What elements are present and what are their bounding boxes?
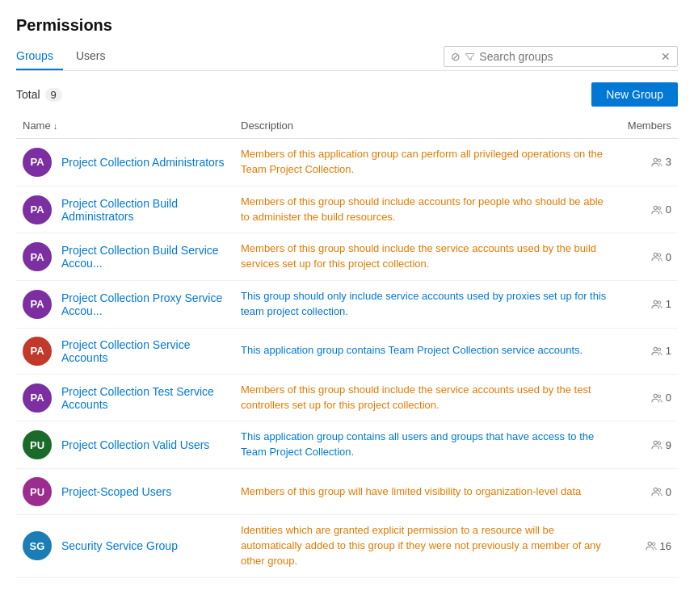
description-cell: Members of this application group can pe… xyxy=(241,147,607,178)
members-icon xyxy=(651,299,662,310)
svg-point-2 xyxy=(654,206,657,209)
groups-table: Name ↓ Description Members PA Project Co… xyxy=(16,115,678,578)
search-input[interactable] xyxy=(479,50,658,63)
svg-point-15 xyxy=(658,488,661,492)
permissions-page: Permissions Groups Users ⊘ ✕ Total 9 New… xyxy=(0,0,694,616)
name-cell: PA Project Collection Proxy Service Acco… xyxy=(23,290,228,319)
avatar: PA xyxy=(23,148,52,177)
column-header-name: Name ↓ xyxy=(16,115,234,139)
table-row: PA Project Collection Test Service Accou… xyxy=(16,374,678,421)
name-cell: PU Project-Scoped Users xyxy=(23,477,228,506)
clear-icon[interactable]: ✕ xyxy=(661,50,671,63)
members-icon xyxy=(651,157,662,168)
table-row: PA Project Collection Proxy Service Acco… xyxy=(16,281,678,329)
name-cell: PA Project Collection Build Service Acco… xyxy=(23,242,228,271)
avatar: PA xyxy=(23,337,52,366)
members-cell: 1 xyxy=(620,345,671,357)
description-cell: Members of this group should include acc… xyxy=(241,195,607,225)
tab-divider xyxy=(16,70,678,71)
name-cell: PU Project Collection Valid Users xyxy=(23,430,228,459)
table-row: PA Project Collection Administrators Mem… xyxy=(16,139,678,186)
group-name-link[interactable]: Project Collection Build Administrators xyxy=(61,197,228,223)
avatar: PU xyxy=(23,430,52,459)
total-badge: 9 xyxy=(45,88,62,102)
table-row: PU Project-Scoped Users Members of this … xyxy=(16,469,678,515)
table-row: PU Project Collection Valid Users This a… xyxy=(16,421,678,469)
svg-point-12 xyxy=(654,441,657,444)
description-cell: This application group contains all user… xyxy=(241,430,607,460)
group-name-link[interactable]: Project Collection Build Service Accou..… xyxy=(61,244,228,270)
svg-point-9 xyxy=(658,348,661,351)
avatar: PA xyxy=(23,195,52,224)
members-icon xyxy=(651,251,662,262)
group-name-link[interactable]: Project Collection Test Service Accounts xyxy=(61,385,228,411)
column-header-members: Members xyxy=(613,115,678,139)
table-row: PA Project Collection Service Accounts T… xyxy=(16,328,678,374)
filter-icon xyxy=(465,51,474,62)
svg-point-0 xyxy=(654,158,657,161)
name-cell: PA Project Collection Test Service Accou… xyxy=(23,383,228,413)
toolbar: Total 9 New Group xyxy=(16,82,678,107)
avatar: PA xyxy=(23,242,52,271)
avatar: SG xyxy=(23,531,52,560)
table-row: SG Security Service Group Identities whi… xyxy=(16,515,678,578)
svg-point-7 xyxy=(658,301,661,304)
group-name-link[interactable]: Project Collection Administrators xyxy=(61,156,225,169)
members-icon xyxy=(651,392,662,404)
column-header-description: Description xyxy=(234,115,613,139)
svg-point-17 xyxy=(652,543,655,546)
members-cell: 16 xyxy=(620,540,671,552)
name-cell: PA Project Collection Build Administrato… xyxy=(23,195,228,224)
tabs: Groups Users xyxy=(16,43,128,70)
svg-point-6 xyxy=(654,300,657,304)
members-icon xyxy=(646,540,657,551)
name-cell: SG Security Service Group xyxy=(23,531,228,560)
description-cell: Members of this group will have limited … xyxy=(241,484,607,500)
avatar: PU xyxy=(23,477,52,506)
group-name-link[interactable]: Project Collection Service Accounts xyxy=(61,338,228,364)
members-cell: 1 xyxy=(620,298,671,310)
description-cell: Members of this group should include the… xyxy=(241,383,607,413)
group-name-link[interactable]: Project Collection Valid Users xyxy=(61,438,209,451)
new-group-button[interactable]: New Group xyxy=(591,82,678,107)
group-name-link[interactable]: Security Service Group xyxy=(61,539,178,552)
members-cell: 9 xyxy=(620,439,671,451)
members-cell: 0 xyxy=(620,392,671,404)
description-cell: Members of this group should include the… xyxy=(241,241,607,272)
tab-users[interactable]: Users xyxy=(76,43,116,70)
avatar: PA xyxy=(23,383,52,413)
search-box: ⊘ ✕ xyxy=(444,46,678,67)
members-cell: 3 xyxy=(620,156,671,168)
description-cell: This application group contains Team Pro… xyxy=(241,343,607,358)
svg-point-1 xyxy=(658,159,661,162)
description-cell: Identities which are granted explicit pe… xyxy=(241,523,607,569)
members-icon xyxy=(651,486,662,497)
members-icon xyxy=(651,346,662,357)
members-icon xyxy=(651,439,662,450)
svg-point-3 xyxy=(658,207,661,210)
members-cell: 0 xyxy=(620,251,671,263)
sort-icon: ↓ xyxy=(53,121,58,131)
members-icon xyxy=(651,204,662,216)
svg-point-5 xyxy=(658,254,661,257)
avatar: PA xyxy=(23,290,52,319)
svg-point-10 xyxy=(654,394,657,397)
members-cell: 0 xyxy=(620,486,671,498)
svg-point-13 xyxy=(658,442,661,445)
group-name-link[interactable]: Project-Scoped Users xyxy=(61,485,171,498)
page-title: Permissions xyxy=(16,16,678,35)
name-cell: PA Project Collection Service Accounts xyxy=(23,337,228,366)
svg-point-16 xyxy=(648,543,651,546)
table-row: PA Project Collection Build Service Acco… xyxy=(16,233,678,281)
header-row: Groups Users ⊘ ✕ xyxy=(16,43,678,70)
svg-point-11 xyxy=(658,395,661,398)
svg-point-4 xyxy=(654,253,657,256)
table-row: PA Project Collection Build Administrato… xyxy=(16,186,678,233)
description-cell: This group should only include service a… xyxy=(241,289,607,320)
members-cell: 0 xyxy=(620,203,671,216)
group-name-link[interactable]: Project Collection Proxy Service Accou..… xyxy=(61,291,228,317)
total-label: Total 9 xyxy=(16,88,62,102)
name-cell: PA Project Collection Administrators xyxy=(23,148,228,177)
svg-point-14 xyxy=(654,488,657,491)
tab-groups[interactable]: Groups xyxy=(16,43,63,70)
